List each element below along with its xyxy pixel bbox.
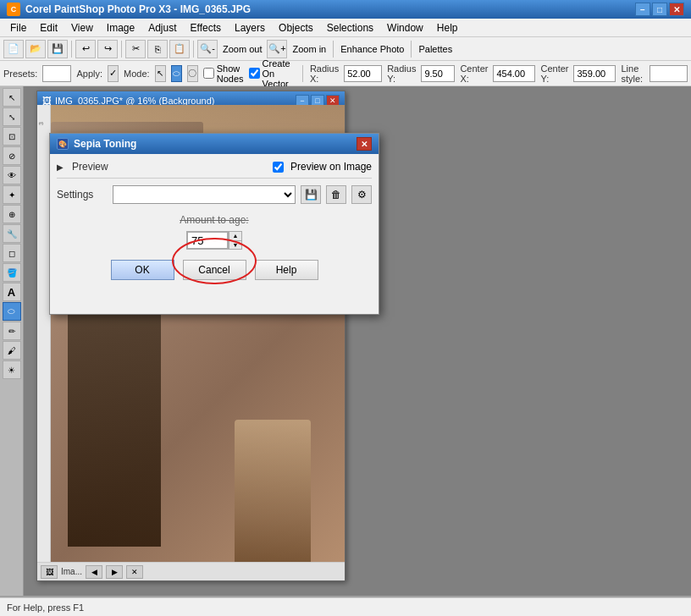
- dialog-icon: 🎨: [57, 138, 69, 150]
- thumb-image-btn[interactable]: 🖼: [41, 565, 58, 579]
- status-text: For Help, press F1: [7, 602, 84, 613]
- new-button[interactable]: 📄: [3, 40, 24, 58]
- redo-button[interactable]: ↪: [97, 40, 118, 58]
- save-button[interactable]: 💾: [47, 40, 68, 58]
- settings-options-button[interactable]: ⚙: [351, 185, 372, 204]
- zoom-out-button[interactable]: 🔍-: [197, 40, 218, 58]
- menu-layers[interactable]: Layers: [228, 19, 272, 37]
- create-on-vector-checkbox[interactable]: [249, 68, 260, 79]
- tool-scratch[interactable]: 🔧: [3, 224, 21, 243]
- minimize-button[interactable]: −: [635, 3, 650, 16]
- center-y-input[interactable]: [573, 65, 616, 82]
- zoom-in-label[interactable]: Zoom in: [289, 44, 329, 54]
- settings-row: Settings 💾 🗑 ⚙: [57, 185, 372, 204]
- radius-x-input[interactable]: [344, 65, 382, 82]
- preview-on-image-checkbox[interactable]: [273, 162, 284, 173]
- main-area: ↖ ⤡ ⊡ ⊘ 👁 ✦ ⊕ 🔧 ◻ 🪣 A ⬭ ✏ 🖌 ☀ 🖼 IMG_0365…: [0, 86, 691, 596]
- tool-fill[interactable]: 🪣: [3, 263, 21, 282]
- menu-help[interactable]: Help: [430, 19, 465, 37]
- amount-input[interactable]: [186, 231, 229, 250]
- spinner-up-button[interactable]: ▲: [229, 232, 241, 241]
- mode-arrow-button[interactable]: ↖: [155, 65, 166, 82]
- tool-straighten[interactable]: ⊘: [3, 146, 21, 165]
- palettes-label[interactable]: Palettes: [415, 44, 456, 54]
- maximize-button[interactable]: □: [652, 3, 667, 16]
- center-x-input[interactable]: [493, 65, 535, 82]
- presets-label: Presets:: [3, 69, 37, 79]
- menu-adjust[interactable]: Adjust: [141, 19, 183, 37]
- dialog-buttons: OK Cancel Help: [57, 260, 372, 280]
- cancel-button[interactable]: Cancel: [183, 260, 246, 280]
- thumb-close[interactable]: ✕: [126, 565, 143, 579]
- toolbar-context: Presets: Apply: ✓ Mode: ↖ ⬭ 〇 Show Nodes…: [0, 61, 691, 86]
- menu-window[interactable]: Window: [380, 19, 430, 37]
- radius-y-label: Radius Y:: [387, 63, 416, 84]
- create-on-vector-checkbox-label[interactable]: Create On Vector: [249, 58, 296, 89]
- preview-on-image-label: Preview on Image: [290, 161, 372, 173]
- tool-select[interactable]: ↖: [3, 88, 21, 107]
- tool-paint[interactable]: 🖌: [3, 341, 21, 360]
- separator: [71, 41, 72, 58]
- settings-dropdown[interactable]: [113, 185, 296, 204]
- menu-view[interactable]: View: [64, 19, 100, 37]
- undo-button[interactable]: ↩: [75, 40, 96, 58]
- preview-label[interactable]: Preview: [72, 161, 108, 173]
- line-style-label: Line style:: [621, 63, 644, 84]
- mode-ellipse-button[interactable]: ⬭: [171, 65, 182, 82]
- presets-dropdown[interactable]: [42, 65, 71, 82]
- zoom-in-button[interactable]: 🔍+: [267, 40, 287, 58]
- copy-button[interactable]: ⎘: [147, 40, 168, 58]
- menu-selections[interactable]: Selections: [320, 19, 380, 37]
- close-button[interactable]: ✕: [669, 3, 684, 16]
- spinner-down-button[interactable]: ▼: [229, 241, 241, 250]
- preview-on-image-section: Preview on Image: [273, 161, 372, 173]
- ok-button[interactable]: OK: [111, 260, 174, 280]
- toolbar-main: 📄 📂 💾 ↩ ↪ ✂ ⎘ 📋 🔍- Zoom out 🔍+ Zoom in E…: [0, 37, 691, 61]
- tool-text[interactable]: A: [3, 283, 21, 301]
- show-nodes-checkbox[interactable]: [203, 68, 214, 79]
- enhance-photo-label[interactable]: Enhance Photo: [337, 44, 407, 54]
- dialog-body: ▶ Preview Preview on Image Settings 💾 🗑: [50, 154, 379, 287]
- open-button[interactable]: 📂: [25, 40, 46, 58]
- tool-redeye[interactable]: 👁: [3, 166, 21, 184]
- radius-x-label: Radius X:: [310, 63, 339, 84]
- center-y-label: Center Y:: [540, 63, 568, 84]
- paste-button[interactable]: 📋: [169, 40, 190, 58]
- menu-effects[interactable]: Effects: [184, 19, 228, 37]
- tool-deform[interactable]: ⤡: [3, 107, 21, 126]
- tool-makeover[interactable]: ✦: [3, 185, 21, 204]
- show-nodes-checkbox-label[interactable]: Show Nodes: [203, 63, 244, 84]
- settings-save-button[interactable]: 💾: [301, 185, 321, 204]
- separator2: [121, 41, 122, 58]
- mode-path-button[interactable]: 〇: [187, 65, 198, 82]
- tool-ellipse[interactable]: ⬭: [3, 302, 21, 321]
- thumb-next[interactable]: ▶: [106, 565, 123, 579]
- radius-y-input[interactable]: [421, 65, 455, 82]
- cut-button[interactable]: ✂: [125, 40, 146, 58]
- settings-delete-button[interactable]: 🗑: [326, 185, 346, 204]
- line-style-dropdown[interactable]: [650, 65, 688, 82]
- app-icon: C: [7, 3, 20, 16]
- tool-pen[interactable]: ✏: [3, 322, 21, 340]
- zoom-out-label[interactable]: Zoom out: [219, 44, 265, 54]
- preview-expand-icon[interactable]: ▶: [57, 162, 64, 172]
- separator-t2: [302, 65, 303, 82]
- tool-dodge[interactable]: ☀: [3, 360, 21, 379]
- thumb-text: Ima...: [61, 567, 82, 576]
- apply-button[interactable]: ✓: [108, 65, 119, 82]
- thumb-prev[interactable]: ◀: [86, 565, 102, 579]
- help-button[interactable]: Help: [255, 260, 318, 280]
- menu-objects[interactable]: Objects: [272, 19, 320, 37]
- tool-crop[interactable]: ⊡: [3, 127, 21, 146]
- tool-eraser[interactable]: ◻: [3, 244, 21, 262]
- menu-bar: File Edit View Image Adjust Effects Laye…: [0, 19, 691, 37]
- settings-label: Settings: [57, 189, 108, 201]
- amount-section: Amount to age: ▲ ▼: [57, 214, 372, 250]
- center-x-label: Center X:: [460, 63, 488, 84]
- dialog-close-button[interactable]: ✕: [357, 137, 372, 151]
- menu-edit[interactable]: Edit: [33, 19, 64, 37]
- apply-label: Apply:: [76, 69, 102, 79]
- menu-image[interactable]: Image: [100, 19, 141, 37]
- tool-clone[interactable]: ⊕: [3, 205, 21, 223]
- menu-file[interactable]: File: [3, 19, 33, 37]
